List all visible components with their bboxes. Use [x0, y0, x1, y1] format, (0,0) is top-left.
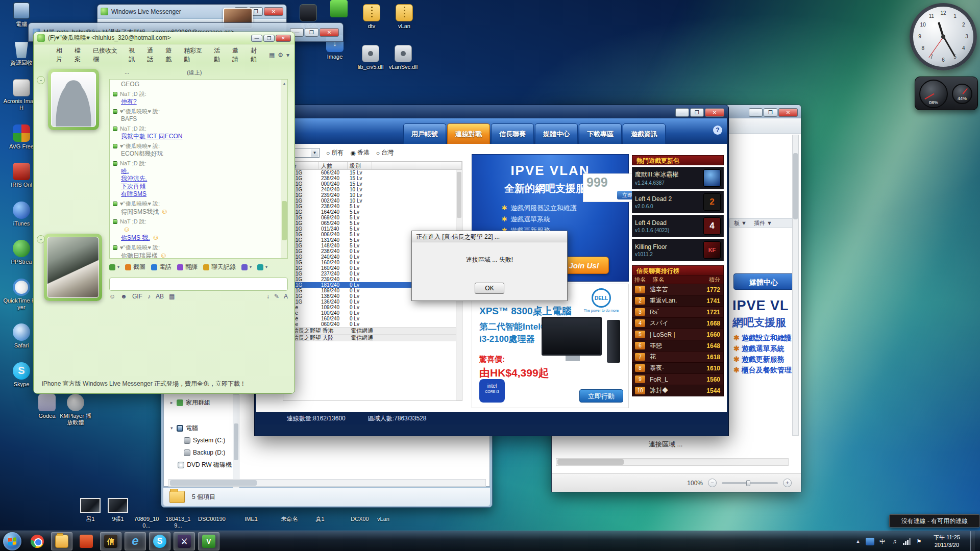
server-row[interactable]: F12.1G065/2405 Lv: [283, 220, 462, 226]
filter-radio[interactable]: ○所有: [326, 148, 344, 157]
chat-titlebar[interactable]: (F)♥"傻瓜曉曉♥ <hiuhius_320@hotmail.com> —❒✕: [34, 32, 295, 44]
explorer-tree-item[interactable]: ▾電腦: [170, 422, 232, 434]
scene-picker-icon[interactable]: ▾: [109, 264, 119, 270]
desktop-icon-thumbnail[interactable]: [103, 498, 133, 513]
game-tab[interactable]: 信長聯賽: [491, 123, 534, 144]
ranking-row[interactable]: 10詠封◆1544: [632, 385, 724, 396]
dell-ad[interactable]: DELL The power to do more XPS™ 8300桌上電腦 …: [472, 284, 629, 408]
minimize-button[interactable]: —: [749, 108, 763, 117]
ime-indicator[interactable]: 中: [878, 538, 887, 545]
media-center-button[interactable]: 媒體中心: [733, 273, 794, 290]
desktop-icon-label[interactable]: 真1: [305, 516, 335, 522]
game-tab[interactable]: 媒體中心: [535, 123, 578, 144]
ok-button[interactable]: OK: [475, 283, 504, 294]
tray-clock[interactable]: 下午 11:25 2011/3/20: [927, 534, 967, 549]
server-row[interactable]: F12.1G000/24015 Lv: [283, 181, 462, 187]
background-picker[interactable]: ▦: [169, 293, 175, 300]
network-icon[interactable]: [902, 538, 911, 545]
explorer-taskbar-button[interactable]: [51, 532, 72, 550]
explorer-horizontal-scrollbar[interactable]: [168, 479, 486, 487]
chat-history-button[interactable]: 聊天記錄: [203, 263, 236, 271]
minimize-button[interactable]: —: [251, 35, 262, 42]
desktop-icon-label[interactable]: IME1: [236, 516, 266, 522]
minimize-button[interactable]: —: [675, 108, 689, 117]
chat-scrollbar[interactable]: ▲: [281, 80, 287, 258]
server-category-row[interactable]: 真·信長之野望 大陸電信網通: [283, 334, 462, 341]
browser-vertical-scrollbar[interactable]: [792, 135, 799, 436]
call-button[interactable]: 電話: [151, 263, 172, 271]
update-item[interactable]: Killing Floorv1011.2KF: [632, 239, 724, 261]
ranking-row[interactable]: 4スパイ1668: [632, 318, 724, 329]
volume-icon[interactable]: ♫: [890, 538, 899, 545]
message-input[interactable]: [109, 278, 288, 291]
ranking-row[interactable]: 3Rs`1721: [632, 307, 724, 318]
handwriting-button[interactable]: ✎: [274, 293, 279, 300]
game-tab[interactable]: 遊戲資訊: [623, 123, 666, 144]
maximize-button[interactable]: ❒: [690, 108, 704, 117]
grid-icon[interactable]: ▦: [269, 52, 275, 59]
chat-ad-text[interactable]: iPhone 官方版 Windows Live Messenger 正式登場，費…: [42, 380, 246, 388]
show-desktop-button[interactable]: [970, 531, 975, 551]
desktop-icon-thumbnail[interactable]: [76, 498, 105, 513]
font-button[interactable]: AB: [156, 293, 164, 300]
server-row[interactable]: F12.1G238/2405 Lv: [283, 204, 462, 209]
chat-message[interactable]: 仲有?: [121, 98, 279, 106]
explorer-tree-item[interactable]: DVD RW 磁碟機: [170, 459, 232, 471]
desktop-icon[interactable]: lib_civ5.dll: [352, 45, 389, 70]
contacts-picker-icon[interactable]: ▾: [257, 264, 267, 270]
column-header[interactable]: 級別: [348, 162, 372, 170]
desktop-icon[interactable]: [321, 0, 357, 19]
server-row[interactable]: F12.1G240/24010 Lv: [283, 187, 462, 192]
chat-message[interactable]: 我就中數 ICT 同ECON: [121, 133, 279, 140]
panel-menu-item[interactable]: 插件 ▼: [754, 219, 772, 227]
desktop-icon[interactable]: vLan: [386, 4, 423, 30]
transfer-indicator[interactable]: ↓: [266, 293, 270, 300]
cpu-meter-gadget[interactable]: 08% 44%: [915, 77, 978, 110]
chat-menu-item[interactable]: 相片: [56, 46, 68, 64]
desktop-icon[interactable]: KMPlayer 播放軟體: [57, 394, 94, 425]
chat-message[interactable]: 你SMS 我.☺: [121, 234, 279, 242]
wlm-titlebar[interactable]: Windows Live Messenger —❒✕: [97, 5, 286, 18]
dialog-titlebar[interactable]: 正在進入 [真·信長之野望 22] ...: [412, 231, 567, 242]
panel-menu-item[interactable]: 板 ▼: [734, 219, 747, 227]
emoticon-picker[interactable]: ☺: [109, 293, 115, 300]
maximize-button[interactable]: ❒: [305, 28, 318, 37]
explorer-tree-item[interactable]: ▸家用群組: [170, 396, 232, 409]
contact-avatar[interactable]: [48, 69, 99, 130]
chat-menu-item[interactable]: 遊戲: [165, 46, 177, 64]
server-row[interactable]: F12.1G002/24010 Lv: [283, 198, 462, 204]
maximize-button[interactable]: ❒: [263, 35, 275, 42]
collapse-avatar-button[interactable]: ⌄: [37, 76, 45, 84]
chat-message[interactable]: 下次再傾: [121, 183, 279, 190]
chat-menu-item[interactable]: 檔案: [75, 46, 86, 64]
chat-message[interactable]: 哈.: [121, 167, 279, 175]
zoom-out-button[interactable]: −: [708, 479, 717, 487]
games-taskbar-button[interactable]: ⚔: [174, 532, 195, 550]
desktop-icon[interactable]: dtv: [353, 4, 390, 30]
game-tab[interactable]: 用戶帳號: [403, 123, 446, 144]
tree-expand-arrow[interactable]: ▸: [170, 400, 177, 405]
game-tab[interactable]: 下載專區: [579, 123, 622, 144]
server-row[interactable]: F12.1G238/24015 Lv: [283, 176, 462, 181]
ranking-row[interactable]: 6罪惡1648: [632, 340, 724, 352]
nobunaga-taskbar-button[interactable]: 信: [100, 532, 121, 550]
close-button[interactable]: ✕: [778, 108, 798, 117]
game-tab[interactable]: 連線對戰: [447, 123, 490, 144]
ranking-row[interactable]: 2重返vLan.1741: [632, 295, 724, 307]
game-titlebar[interactable]: —❒✕: [255, 105, 728, 118]
action-center-icon[interactable]: ⚑: [915, 538, 923, 545]
tray-app-icon[interactable]: [866, 538, 874, 545]
chat-message[interactable]: 我沖涼先.: [121, 175, 279, 183]
font-color-button[interactable]: A: [284, 293, 288, 300]
explorer-tree-scrollbar[interactable]: [233, 394, 239, 491]
server-row[interactable]: F12.1G069/2405 Lv: [283, 215, 462, 220]
chat-menu-item[interactable]: 已接收文欄: [93, 46, 122, 64]
column-header[interactable]: 人數: [319, 162, 348, 170]
update-item[interactable]: Left 4 Deadv1.0.1.6 (4023)4: [632, 215, 724, 237]
desktop-icon-label[interactable]: 9張1: [103, 516, 133, 522]
screenshot-button[interactable]: 截圖: [125, 263, 145, 271]
explorer-tree-item[interactable]: Backup (D:): [170, 446, 232, 459]
zoom-slider-thumb[interactable]: [746, 480, 750, 486]
chat-scrollbar-thumb[interactable]: [282, 201, 287, 240]
update-item[interactable]: Left 4 Dead 2v2.0.6.02: [632, 191, 724, 213]
